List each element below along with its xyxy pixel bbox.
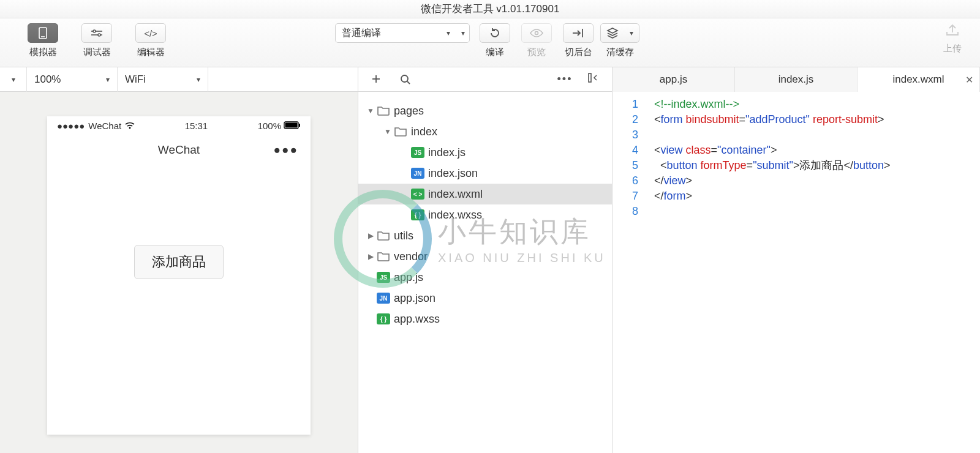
file-tree-panel: 小牛知识库 XIAO NIU ZHI SHI KU ▼pages▼indexJS… — [358, 92, 612, 453]
tree-item-vendor[interactable]: ▶vendor — [358, 246, 612, 267]
code-editor[interactable]: 12345678 <!--index.wxml--><form bindsubm… — [612, 92, 980, 453]
phone-icon — [28, 23, 58, 43]
tree-item-app-js[interactable]: JSapp.js — [358, 267, 612, 288]
compile-button[interactable]: 编译 — [478, 23, 511, 58]
svg-point-6 — [535, 32, 538, 35]
compile-mode-expand[interactable]: ▾ — [456, 23, 470, 43]
clear-cache-button[interactable]: ▾ 清缓存 — [603, 23, 636, 58]
simulator-toggle[interactable]: 模拟器 — [24, 23, 61, 58]
jn-file-icon: JN — [377, 293, 390, 304]
tree-item-app-json[interactable]: JNapp.json — [358, 288, 612, 309]
tree-item-index[interactable]: ▼index — [358, 121, 612, 142]
caret-icon: ▶ — [366, 252, 375, 261]
svg-point-14 — [129, 127, 131, 129]
tree-item-label: index.json — [428, 167, 478, 180]
zoom-select[interactable]: 100%▾ — [27, 67, 118, 92]
wifi-icon — [125, 121, 135, 131]
main-toolbar: 模拟器 调试器 </> 编辑器 普通编译 ▾ ▾ 编译 预览 — [0, 18, 980, 67]
switch-background-icon — [563, 23, 594, 43]
collapse-tree-button[interactable] — [585, 73, 603, 86]
tree-item-label: index.js — [428, 146, 466, 159]
svg-point-3 — [93, 30, 96, 32]
sliders-icon — [81, 23, 112, 43]
phone-frame: ●●●●● WeChat 15:31 100% WeChat ●●● — [47, 116, 311, 435]
tree-item-index-json[interactable]: JNindex.json — [358, 163, 612, 184]
debugger-label: 调试器 — [83, 47, 111, 58]
folder-icon — [377, 230, 390, 241]
editor-label: 编辑器 — [137, 47, 165, 58]
window-titlebar: 微信开发者工具 v1.01.170901 — [0, 0, 980, 18]
svg-rect-16 — [285, 122, 298, 127]
preview-label: 预览 — [527, 47, 546, 58]
xs-file-icon: { } — [411, 209, 424, 220]
sub-toolbar: ▾ 100%▾ WiFi▾ ••• app.jsindex.jsindex.wx… — [0, 67, 980, 92]
editor-tab-index-wxml[interactable]: index.wxml✕ — [858, 67, 980, 92]
search-button[interactable] — [396, 74, 415, 85]
editor-tab-app-js[interactable]: app.js — [612, 67, 735, 92]
caret-icon: ▼ — [366, 107, 375, 115]
tree-item-index-js[interactable]: JSindex.js — [358, 142, 612, 163]
simulator-panel: ●●●●● WeChat 15:31 100% WeChat ●●● — [0, 92, 358, 453]
tree-item-index-wxml[interactable]: < >index.wxml — [358, 184, 612, 204]
device-menu[interactable]: ▾ — [0, 67, 27, 92]
network-value: WiFi — [125, 73, 146, 86]
compile-label: 编译 — [486, 47, 504, 58]
phone-more-button[interactable]: ●●● — [274, 143, 298, 157]
code-area[interactable]: <!--index.wxml--><form bindsubmit="addPr… — [647, 92, 980, 453]
tree-item-label: index.wxss — [428, 209, 482, 222]
more-menu-button[interactable]: ••• — [556, 73, 574, 86]
caret-icon: ▶ — [366, 231, 375, 240]
background-label: 切后台 — [565, 47, 592, 58]
svg-point-11 — [401, 75, 408, 82]
preview-button[interactable]: 预览 — [520, 23, 553, 58]
folder-icon — [377, 251, 390, 262]
tree-item-app-wxss[interactable]: { }app.wxss — [358, 309, 612, 329]
editor-tab-index-js[interactable]: index.js — [735, 67, 858, 92]
tree-item-label: app.json — [394, 292, 435, 305]
js-file-icon: JS — [377, 272, 390, 283]
window-title: 微信开发者工具 v1.01.170901 — [421, 3, 560, 15]
xm-file-icon: < > — [411, 189, 424, 200]
upload-button[interactable]: 上传 — [943, 23, 962, 54]
tree-item-utils[interactable]: ▶utils — [358, 225, 612, 246]
svg-point-5 — [98, 34, 100, 36]
caret-icon: ▼ — [383, 127, 393, 136]
eye-icon — [521, 23, 552, 43]
phone-nav-title: WeChat — [158, 143, 200, 157]
editor-toggle[interactable]: </> 编辑器 — [132, 23, 169, 58]
signal-icon: ●●●●● — [57, 121, 85, 131]
tree-item-pages[interactable]: ▼pages — [358, 100, 612, 121]
xs-file-icon: { } — [377, 313, 390, 324]
chevron-down-icon: ▾ — [447, 29, 450, 37]
folder-icon — [377, 105, 390, 116]
js-file-icon: JS — [411, 147, 424, 158]
upload-label: 上传 — [943, 43, 962, 54]
new-file-button[interactable] — [367, 74, 385, 85]
phone-nav-bar: WeChat ●●● — [47, 135, 311, 165]
tree-item-label: pages — [394, 105, 424, 118]
line-gutter: 12345678 — [612, 92, 647, 453]
tree-item-index-wxss[interactable]: { }index.wxss — [358, 204, 612, 225]
debugger-toggle[interactable]: 调试器 — [78, 23, 115, 58]
carrier-label: WeChat — [88, 121, 121, 131]
time-label: 15:31 — [185, 121, 208, 131]
editor-tabs: app.jsindex.jsindex.wxml✕ — [612, 67, 980, 91]
close-icon[interactable]: ✕ — [965, 74, 973, 86]
svg-line-12 — [407, 81, 410, 84]
battery-icon — [284, 121, 301, 131]
compile-mode-select[interactable]: 普通编译 ▾ — [335, 23, 456, 43]
background-button[interactable]: 切后台 — [562, 23, 595, 58]
code-icon: </> — [135, 23, 166, 43]
svg-rect-17 — [299, 124, 300, 127]
jn-file-icon: JN — [411, 168, 424, 179]
network-select[interactable]: WiFi▾ — [118, 67, 208, 92]
clear-cache-label: 清缓存 — [606, 47, 634, 58]
svg-rect-13 — [589, 73, 591, 82]
battery-label: 100% — [258, 121, 281, 131]
tree-item-label: index — [411, 125, 437, 138]
phone-status-bar: ●●●●● WeChat 15:31 100% — [47, 116, 311, 135]
tree-item-label: utils — [394, 230, 413, 242]
refresh-icon — [480, 23, 510, 43]
zoom-value: 100% — [34, 73, 61, 86]
add-product-button[interactable]: 添加商品 — [134, 245, 224, 279]
